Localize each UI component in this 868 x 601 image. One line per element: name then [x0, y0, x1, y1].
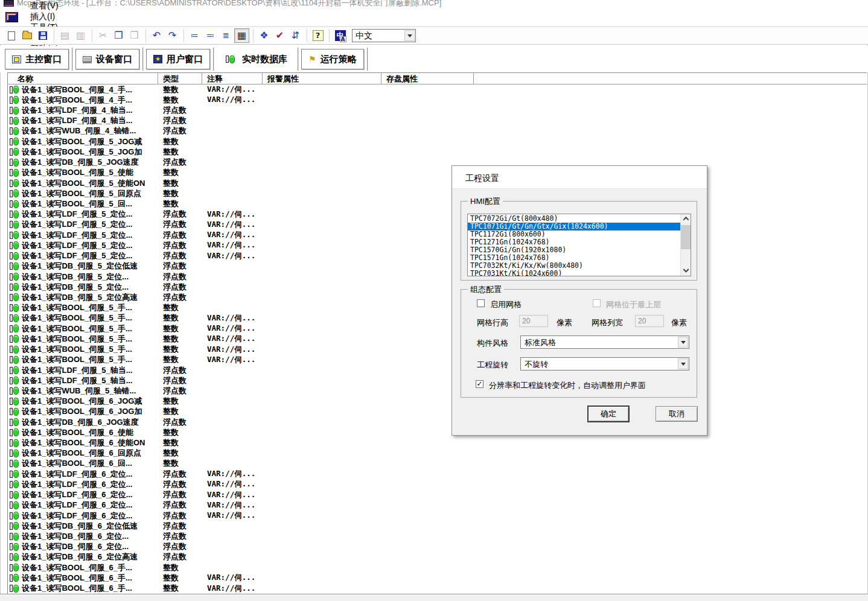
help-button[interactable]: ?	[310, 28, 325, 43]
data-grid-view-button[interactable]: ▦	[234, 28, 249, 43]
table-row[interactable]: 设备1_读写BOOL_伺服_6_使能ON整数	[8, 437, 867, 448]
table-row[interactable]: 设备1_读写BOOL_伺服_5_手...整数VAR://伺...	[8, 344, 867, 354]
table-row[interactable]: 设备1_读写LDF_伺服_5_定位...浮点数VAR://伺...	[8, 240, 867, 250]
table-row[interactable]: 设备1_读写DB_伺服_6_定位...浮点数	[8, 531, 867, 541]
variable-name: 设备1_读写BOOL_伺服_5_使能ON	[22, 178, 158, 189]
table-row[interactable]: 设备1_读写LDF_伺服_5_定位...浮点数VAR://伺...	[8, 220, 867, 230]
project-rotation-select[interactable]: 不旋转	[520, 357, 689, 370]
table-row[interactable]: 设备1_读写LDF_伺服_5_定位...浮点数VAR://伺...	[8, 251, 867, 261]
variable-icon	[10, 117, 22, 125]
new-document-button[interactable]	[4, 28, 19, 43]
undo-button[interactable]: ↶	[149, 28, 164, 43]
enable-grid-checkbox[interactable]	[477, 299, 485, 307]
tab-db-window[interactable]: 实时数据库	[217, 49, 295, 69]
data-object-view-button[interactable]: ≔	[187, 28, 202, 43]
table-row[interactable]: 设备1_读写BOOL_伺服_5_回...整数	[8, 199, 867, 209]
syntax-check-button[interactable]: ✔	[272, 28, 287, 43]
variable-type: 整数	[158, 323, 202, 334]
table-row[interactable]: 设备1_读写BOOL_伺服_5_手...整数VAR://伺...	[8, 323, 867, 334]
table-row[interactable]: 设备1_读写BOOL_伺服_5_JOG减整数	[8, 136, 867, 147]
table-row[interactable]: 设备1_读写BOOL_伺服_4_手...整数VAR://伺...	[8, 95, 867, 105]
table-row[interactable]: 设备1_读写DB_伺服_6_定位...浮点数	[8, 542, 867, 552]
table-row[interactable]: 设备1_读写BOOL_伺服_6_回原点整数	[8, 448, 867, 459]
workspace-tab-bar: 主控窗口设备窗口★用户窗口实时数据库⚑运行策略	[0, 46, 868, 72]
table-row[interactable]: 设备1_读写BOOL_伺服_6_手...整数VAR://伺...	[8, 584, 867, 594]
window-properties-button[interactable]: ❖	[257, 28, 272, 43]
table-row[interactable]: 设备1_读写LDF_伺服_6_定位...浮点数VAR://伺...	[8, 490, 867, 500]
dropdown-arrow-icon[interactable]	[404, 30, 415, 41]
table-row[interactable]: 设备1_读写LDF_伺服_5_轴当...浮点数	[8, 375, 867, 386]
table-row[interactable]: 设备1_读写BOOL_伺服_6_JOG减整数	[8, 396, 867, 407]
hmi-model-listbox[interactable]: TPC7072Gi/Gt(800x480)TPC1071Gi/Gt/Gn/Gtx…	[467, 214, 691, 276]
table-row[interactable]: 设备1_读写BOOL_伺服_5_手...整数VAR://伺...	[8, 355, 867, 365]
table-row[interactable]: 设备1_读写WUB_伺服_5_轴错...浮点数	[8, 386, 867, 396]
tab-flag-window[interactable]: ⚑运行策略	[301, 49, 364, 69]
table-row[interactable]: 设备1_读写LDF_伺服_6_定位...浮点数VAR://伺...	[8, 479, 867, 489]
table-row[interactable]: 设备1_读写BOOL_伺服_6_回...整数	[8, 459, 867, 469]
variable-type: 整数	[158, 147, 202, 157]
table-row[interactable]: 设备1_读写LDF_伺服_4_轴当...浮点数	[8, 105, 867, 115]
scroll-up-button[interactable]	[681, 214, 691, 223]
data-group-view-button[interactable]: ≕	[203, 28, 218, 43]
table-row[interactable]: 设备1_读写BOOL_伺服_6_手...整数VAR://伺...	[8, 573, 867, 583]
tab-chip-window[interactable]: 设备窗口	[75, 49, 139, 69]
table-row[interactable]: 设备1_读写BOOL_伺服_5_手...整数VAR://伺...	[8, 334, 867, 344]
table-row[interactable]: 设备1_读写DB_伺服_5_定位低速浮点数	[8, 261, 867, 272]
dropdown-arrow-icon[interactable]	[678, 337, 688, 348]
data-list-view-button[interactable]: ≣	[219, 28, 234, 43]
table-row[interactable]: 设备1_读写DB_伺服_5_定位高速浮点数	[8, 292, 867, 302]
table-row[interactable]: 设备1_读写LDF_伺服_5_定位...浮点数VAR://伺...	[8, 209, 867, 220]
table-row[interactable]: 设备1_读写DB_伺服_5_JOG速度浮点数	[8, 157, 867, 168]
table-row[interactable]: 设备1_读写BOOL_伺服_5_JOG加整数	[8, 147, 867, 157]
language-select[interactable]: 中文	[352, 29, 416, 42]
component-style-select[interactable]: 标准风格	[520, 335, 689, 349]
table-row[interactable]: 设备1_读写BOOL_伺服_4_手...整数VAR://伺...	[8, 84, 867, 95]
cancel-button[interactable]: 取消	[656, 406, 698, 422]
table-row[interactable]: 设备1_读写BOOL_伺服_5_使能ON整数	[8, 178, 867, 188]
table-row[interactable]: 设备1_读写LDF_伺服_6_定位...浮点数VAR://伺...	[8, 469, 867, 479]
language-switch-button[interactable]: 中	[333, 28, 348, 43]
table-row[interactable]: 设备1_读写BOOL_伺服_5_手...整数VAR://伺...	[8, 313, 867, 323]
dropdown-arrow-icon[interactable]	[678, 358, 688, 369]
table-row[interactable]: 设备1_读写WUB_伺服_4_轴错...浮点数	[8, 126, 867, 136]
sort-variables-button[interactable]: ⇵	[288, 28, 303, 43]
table-row[interactable]: 设备1_读写DB_伺服_6_定位低速浮点数	[8, 521, 867, 531]
menu-item-v[interactable]: 查看(V)	[23, 1, 68, 11]
auto-adjust-checkbox[interactable]	[476, 380, 483, 388]
tab-label: 用户窗口	[167, 54, 203, 65]
table-row[interactable]: 设备1_读写BOOL_伺服_6_使能整数	[8, 427, 867, 437]
project-settings-dialog: 工程设置 HMI配置 TPC7072Gi/Gt(800x480)TPC1071G…	[452, 165, 707, 436]
table-row[interactable]: 设备1_读写DB_伺服_6_定位高速浮点数	[8, 552, 867, 562]
hmi-option[interactable]: TPC7031Kt/Ki(1024x600)	[468, 270, 680, 276]
variable-type: 浮点数	[158, 219, 202, 230]
tab-divider	[72, 48, 72, 71]
table-row[interactable]: 设备1_读写BOOL_伺服_6_JOG加整数	[8, 407, 867, 417]
table-row[interactable]: 设备1_读写BOOL_伺服_5_使能整数	[8, 168, 867, 178]
save-file-button[interactable]	[35, 28, 50, 43]
table-row[interactable]: 设备1_读写LDF_伺服_6_定位...浮点数VAR://伺...	[8, 500, 867, 510]
column-header: 注释	[202, 73, 263, 84]
table-row[interactable]: 设备1_读写BOOL_伺服_5_回原点整数	[8, 188, 867, 199]
variable-type: 整数	[158, 199, 202, 209]
layout-config-group: 组态配置 启用网格 网格位于最上层 网格行高 20 像素 网格列宽 20 像素 …	[461, 289, 697, 398]
redo-button[interactable]: ↷	[165, 28, 180, 43]
table-row[interactable]: 设备1_读写DB_伺服_5_定位...浮点数	[8, 272, 867, 282]
table-row[interactable]: 设备1_读写DB_伺服_6_JOG速度浮点数	[8, 417, 867, 427]
open-file-button[interactable]	[19, 28, 34, 43]
table-row[interactable]: 设备1_读写LDF_伺服_4_轴当...浮点数	[8, 116, 867, 126]
table-row[interactable]: 设备1_读写BOOL_伺服_6_手...整数	[8, 562, 867, 573]
table-row[interactable]: 设备1_读写DB_伺服_5_定位...浮点数	[8, 282, 867, 292]
variable-name: 设备1_读写DB_伺服_5_定位...	[22, 272, 158, 282]
ok-button[interactable]: 确定	[588, 406, 629, 422]
tab-window-window[interactable]: 主控窗口	[5, 49, 69, 69]
table-row[interactable]: 设备1_读写LDF_伺服_5_定位...浮点数VAR://伺...	[8, 230, 867, 240]
scroll-down-button[interactable]	[681, 267, 691, 276]
table-row[interactable]: 设备1_读写LDF_伺服_6_定位...浮点数VAR://伺...	[8, 510, 867, 521]
menu-item-i[interactable]: 插入(I)	[23, 11, 68, 22]
tab-star-window[interactable]: ★用户窗口	[146, 49, 210, 69]
listbox-scrollbar[interactable]	[680, 214, 691, 276]
scroll-thumb[interactable]	[681, 225, 691, 249]
table-row[interactable]: 设备1_读写BOOL_伺服_5_手...整数	[8, 303, 867, 313]
table-row[interactable]: 设备1_读写LDF_伺服_5_轴当...浮点数	[8, 365, 867, 375]
copy-button[interactable]: ❐	[111, 28, 126, 43]
